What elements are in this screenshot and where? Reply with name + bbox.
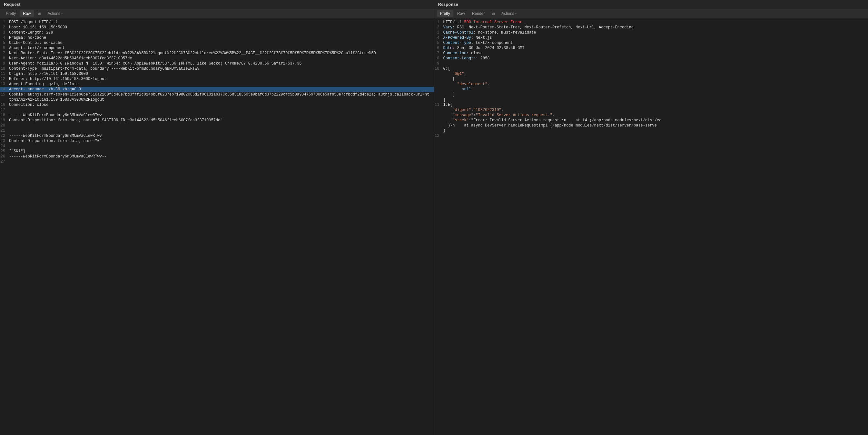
line-number: 3 (434, 30, 443, 35)
request-title: Request (0, 0, 434, 9)
line-number: 7 (0, 51, 9, 56)
table-row: 12Referer: http://10.161.159.158:3000/lo… (0, 77, 434, 82)
line-number: 20 (0, 123, 9, 128)
line-content: )\n at async DevServer.handleRequestImpl… (443, 123, 866, 128)
line-content: Content-Length: 2858 (443, 56, 866, 61)
table-row: "$@1", (434, 71, 868, 77)
line-number: 4 (0, 35, 9, 40)
line-number: 24 (0, 144, 9, 149)
line-number (434, 82, 443, 87)
table-row: 20 (0, 123, 434, 128)
line-number: 27 (0, 159, 9, 164)
table-row: } (434, 128, 868, 133)
table-row: 13Accept-Encoding: gzip, deflate (0, 82, 434, 87)
tab-request-pretty[interactable]: Pretty (3, 10, 19, 17)
chevron-down-icon: ▾ (515, 12, 517, 15)
table-row: 16Connection: close (0, 102, 434, 108)
line-content: Connection: close (9, 102, 431, 108)
table-row: 7Next-Router-State-Tree: %5B%22%22%2C%7B… (0, 51, 434, 56)
line-content: Next-Router-State-Tree: %5B%22%22%2C%7B%… (9, 51, 431, 56)
table-row: 18------WebKitFormBoundary6mBMUmVaClewRT… (0, 113, 434, 118)
line-content: ["$K1"] (9, 149, 431, 154)
line-content: Cookie: authjs.csrf-token=1c2eb0be7510a2… (9, 92, 431, 102)
line-number: 9 (0, 61, 9, 66)
table-row: 19Content-Disposition: form-data; name="… (0, 118, 434, 123)
line-content: Date: Sun, 30 Jun 2024 02:38:46 GMT (443, 46, 866, 51)
line-content: ] (443, 97, 866, 102)
line-number: 14 (0, 87, 9, 92)
line-content: ------WebKitFormBoundary6mBMUmVaClewRTwv (9, 113, 431, 118)
tab-response-raw[interactable]: Raw (454, 10, 468, 17)
line-number: 12 (0, 77, 9, 82)
line-number: 18 (0, 113, 9, 118)
tab-request-newline[interactable]: \n (34, 10, 44, 17)
table-row: ] (434, 92, 868, 97)
line-content: Vary: RSC, Next-Router-State-Tree, Next-… (443, 25, 866, 30)
line-content: Cache-Control: no-store, must-revalidate (443, 30, 866, 35)
line-content (9, 123, 431, 128)
line-number (434, 92, 443, 97)
table-row: 14Accept-Language: zh-CN,zh;q=0.9 (0, 87, 434, 92)
tab-request-raw[interactable]: Raw (20, 10, 34, 17)
line-number: 11 (434, 102, 443, 108)
line-number (434, 97, 443, 102)
table-row: 21 (0, 128, 434, 133)
table-row: 6Accept: text/x-component (0, 46, 434, 51)
line-content: Cache-Control: no-cache (9, 40, 431, 46)
table-row: 11Origin: http://10.161.159.158:3000 (0, 71, 434, 77)
tab-request-actions[interactable]: Actions ▾ (45, 10, 65, 17)
table-row: 12 (434, 133, 868, 139)
table-row: 9User-Agent: Mozilla/5.0 (Windows NT 10.… (0, 61, 434, 66)
table-row: 25["$K1"] (0, 149, 434, 154)
table-row: [ (434, 77, 868, 82)
tab-response-render[interactable]: Render (469, 10, 488, 17)
line-content: Pragma: no-cache (9, 35, 431, 40)
line-content: [ (443, 77, 866, 82)
line-content: Content-Type: multipart/form-data; bound… (9, 66, 431, 71)
line-number: 19 (0, 118, 9, 123)
table-row: "digest":"1037022319", (434, 108, 868, 113)
response-content[interactable]: 1HTTP/1.1 500 Internal Server Error2Vary… (434, 19, 868, 435)
table-row: )\n at async DevServer.handleRequestImpl… (434, 123, 868, 128)
line-content: 0:[ (443, 66, 866, 71)
response-title: Response (434, 0, 868, 9)
line-number: 8 (434, 56, 443, 61)
tab-response-pretty[interactable]: Pretty (437, 10, 453, 17)
line-number: 6 (0, 46, 9, 51)
table-row: 111:E{ (434, 102, 868, 108)
line-number: 25 (0, 149, 9, 154)
tab-response-newline[interactable]: \n (489, 10, 498, 17)
table-row: 1POST /logout HTTP/1.1 (0, 20, 434, 25)
table-row: 7Connection: close (434, 51, 868, 56)
line-number (434, 108, 443, 113)
line-content (9, 128, 431, 133)
line-number: 10 (434, 66, 443, 71)
line-content (9, 159, 431, 164)
table-row: 4Pragma: no-cache (0, 35, 434, 40)
request-content[interactable]: 1POST /logout HTTP/1.12Host: 10.161.159.… (0, 19, 434, 435)
table-row: 23Content-Disposition: form-data; name="… (0, 139, 434, 144)
line-content: null (443, 87, 866, 92)
table-row: null (434, 87, 868, 92)
table-row: 2Vary: RSC, Next-Router-State-Tree, Next… (434, 25, 868, 30)
table-row: 3Cache-Control: no-store, must-revalidat… (434, 30, 868, 35)
tab-response-actions[interactable]: Actions ▾ (499, 10, 519, 17)
line-content (443, 61, 866, 66)
line-number: 3 (0, 30, 9, 35)
table-row: 15Cookie: authjs.csrf-token=1c2eb0be7510… (0, 92, 434, 102)
line-content (9, 108, 431, 113)
line-number: 2 (0, 25, 9, 30)
table-row: 1HTTP/1.1 500 Internal Server Error (434, 20, 868, 25)
table-row: 5Cache-Control: no-cache (0, 40, 434, 46)
table-row: 3Content-Length: 279 (0, 30, 434, 35)
line-content: HTTP/1.1 500 Internal Server Error (443, 20, 866, 25)
line-content: User-Agent: Mozilla/5.0 (Windows NT 10.0… (9, 61, 431, 66)
line-content: } (443, 128, 866, 133)
table-row: 9 (434, 61, 868, 66)
table-row: "stack":"Error: Invalid Server Actions r… (434, 118, 868, 123)
line-content: Host: 10.161.159.158:5000 (9, 25, 431, 30)
actions-label: Actions (501, 11, 514, 16)
table-row: 26------WebKitFormBoundary6mBMUmVaClewRT… (0, 154, 434, 159)
line-number: 17 (0, 108, 9, 113)
request-tab-bar: Pretty Raw \n Actions ▾ (0, 9, 434, 19)
